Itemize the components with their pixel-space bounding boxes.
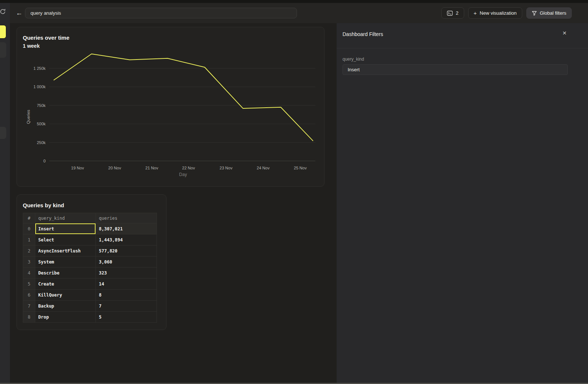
table-row: 2AsyncInsertFlush577,820 [23,245,157,256]
table-row: 1Select1,443,894 [23,234,157,245]
table-row: 4Describe323 [23,268,157,279]
query-kind-cell[interactable]: System [35,256,96,267]
queries-count-cell[interactable]: 14 [96,279,157,289]
table-header-row: #query_kindqueries [23,213,157,223]
y-tick-label: 1 250k [20,66,46,71]
query-kind-cell[interactable]: Describe [35,268,96,278]
filter-field-label: query_kind [343,57,364,62]
query-kind-cell[interactable]: Drop [35,312,96,322]
panel-divider [337,48,588,49]
table-header-cell[interactable]: queries [96,213,157,223]
table-title: Queries by kind [23,202,64,208]
row-index-cell: 2 [23,245,35,256]
query-kind-cell[interactable]: Insert [35,223,96,234]
row-index-cell: 6 [23,290,35,300]
y-axis-label: Queries [26,104,31,130]
x-tick-label: 19 Nov [71,166,84,170]
row-index-cell: 8 [23,312,35,322]
dashboard-filters-panel: Dashboard Filters ✕ query_kind [337,23,588,384]
topbar-actions: 2 + New visualization Global filters [441,7,572,19]
row-index-cell: 3 [23,256,35,267]
new-visualization-label: New visualization [480,10,516,16]
y-tick-label: 1 000k [20,85,46,89]
x-tick-label: 23 Nov [220,166,233,170]
funnel-icon [532,11,537,16]
y-tick-label: 750k [20,103,46,108]
row-index-cell: 7 [23,301,35,311]
filters-panel-title: Dashboard Filters [343,31,383,37]
queries-over-time-card[interactable]: Queries over time 1 week 0250k500k750k1 … [17,27,325,187]
x-axis-label: Day [179,172,187,177]
row-index-cell: 4 [23,268,35,278]
queries-count-cell[interactable]: 323 [96,268,157,278]
refresh-icon[interactable] [0,8,6,15]
queries-count-cell[interactable]: 1,443,894 [96,234,157,245]
close-icon[interactable]: ✕ [562,30,567,36]
queries-line-chart[interactable] [17,27,324,187]
left-sidebar-strip [0,3,10,383]
new-visualization-button[interactable]: + New visualization [468,7,522,19]
query-kind-filter-input[interactable] [343,64,568,75]
topbar: ← 2 + New visualization Global filters [10,3,588,23]
table-header-cell[interactable]: query_kind [35,213,96,223]
console-icon [447,11,453,16]
y-tick-label: 250k [20,140,46,145]
back-arrow-icon[interactable]: ← [14,8,24,18]
table-row: 0Insert8,307,021 [23,223,157,234]
row-index-cell: 1 [23,234,35,245]
queries-count-cell[interactable]: 577,820 [96,245,157,256]
table-header-cell[interactable]: # [23,213,35,223]
row-index-cell: 0 [23,223,35,234]
window-top-edge [0,0,588,3]
queries-line-series [54,54,313,141]
query-kind-cell[interactable]: Create [35,279,96,289]
global-filters-button[interactable]: Global filters [526,7,572,19]
console-tab-count: 2 [456,10,458,16]
global-filters-label: Global filters [540,10,566,16]
x-tick-label: 24 Nov [257,166,270,170]
queries-count-cell[interactable]: 3,060 [96,256,157,267]
table-row: 3System3,060 [23,256,157,268]
table-row: 5Create14 [23,279,157,290]
queries-by-kind-table: #query_kindqueries0Insert8,307,0211Selec… [23,213,157,323]
x-tick-label: 25 Nov [294,166,307,170]
queries-count-cell[interactable]: 7 [96,301,157,311]
x-tick-label: 22 Nov [182,166,195,170]
queries-count-cell[interactable]: 8,307,021 [96,223,157,234]
plus-icon: + [474,10,477,16]
sidebar-item-active[interactable] [0,25,6,39]
table-row: 6KillQuery8 [23,290,157,301]
x-tick-label: 20 Nov [108,166,121,170]
table-row: 8Drop5 [23,312,157,323]
query-kind-cell[interactable]: Backup [35,301,96,311]
row-index-cell: 5 [23,279,35,289]
queries-count-cell[interactable]: 5 [96,312,157,322]
y-tick-label: 500k [20,122,46,126]
queries-count-cell[interactable]: 8 [96,290,157,300]
query-kind-cell[interactable]: Select [35,234,96,245]
sidebar-item[interactable] [0,42,6,58]
x-tick-label: 21 Nov [146,166,158,170]
sidebar-item[interactable] [0,127,6,139]
queries-by-kind-card[interactable]: Queries by kind #query_kindqueries0Inser… [17,194,166,330]
query-kind-cell[interactable]: KillQuery [35,290,96,300]
console-tabs-button[interactable]: 2 [441,7,464,19]
y-tick-label: 0 [20,159,46,163]
query-kind-cell[interactable]: AsyncInsertFlush [35,245,96,256]
dashboard-title-input[interactable] [25,8,297,18]
dashboard-canvas: Queries over time 1 week 0250k500k750k1 … [10,23,337,384]
table-row: 7Backup7 [23,301,157,312]
